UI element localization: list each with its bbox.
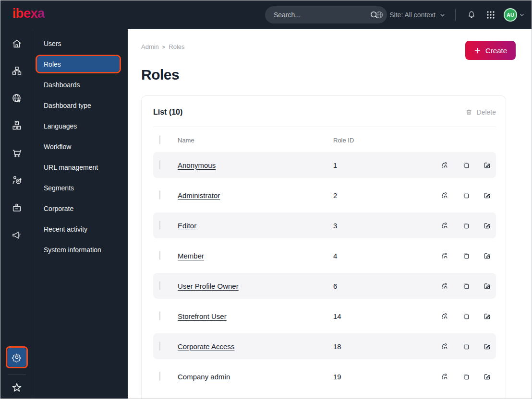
role-name-link[interactable]: Corporate Access <box>178 342 234 351</box>
role-name-link[interactable]: Member <box>178 252 204 260</box>
edit-icon[interactable] <box>483 221 491 230</box>
row-checkbox[interactable] <box>159 160 160 169</box>
sidebar-item-url-management[interactable]: URL management <box>33 157 128 177</box>
sidebar-item-system-information[interactable]: System information <box>33 239 128 260</box>
rail-bottom-group <box>6 346 28 394</box>
role-name-link[interactable]: User Profile Owner <box>178 282 239 290</box>
audience-target-icon[interactable] <box>11 175 23 186</box>
table-row: Administrator 2 <box>153 182 496 208</box>
table-row: Corporate Access 18 <box>153 333 496 359</box>
trash-icon <box>465 108 472 116</box>
edit-icon[interactable] <box>483 282 491 290</box>
row-checkbox[interactable] <box>159 372 160 381</box>
row-checkbox[interactable] <box>159 281 160 290</box>
copy-icon[interactable] <box>461 221 470 230</box>
site-context-selector[interactable]: Site: All context <box>373 9 446 21</box>
cart-icon[interactable] <box>11 147 23 159</box>
row-actions <box>440 342 491 351</box>
copy-icon[interactable] <box>461 191 470 200</box>
roles-list-panel: List (10) Delete Name Role ID Anonymous … <box>141 95 506 399</box>
breadcrumb-separator: > <box>162 44 165 50</box>
site-context-label: Site: All context <box>389 11 435 19</box>
assign-user-icon[interactable] <box>440 342 449 351</box>
edit-icon[interactable] <box>483 372 491 381</box>
home-icon[interactable] <box>11 38 23 49</box>
assign-user-icon[interactable] <box>440 251 449 260</box>
app-grid-icon[interactable] <box>484 9 497 21</box>
sidebar-item-languages[interactable]: Languages <box>33 116 128 136</box>
role-id-value: 18 <box>333 342 429 351</box>
assign-user-icon[interactable] <box>440 372 449 381</box>
copy-icon[interactable] <box>461 251 470 260</box>
icon-rail <box>0 29 33 399</box>
edit-icon[interactable] <box>483 191 491 200</box>
sitemap-icon[interactable] <box>11 65 23 77</box>
chevron-down-icon <box>519 12 525 18</box>
delete-button[interactable]: Delete <box>465 108 496 116</box>
sidebar-item-roles[interactable]: Roles <box>36 55 121 73</box>
row-checkbox[interactable] <box>159 251 160 260</box>
sidebar-item-dashboards[interactable]: Dashboards <box>33 74 128 95</box>
assign-user-icon[interactable] <box>440 312 449 320</box>
sidebar-item-recent-activity[interactable]: Recent activity <box>33 219 128 239</box>
role-name-link[interactable]: Company admin <box>178 373 230 381</box>
search-input[interactable] <box>274 11 368 19</box>
row-checkbox[interactable] <box>159 190 160 200</box>
sidebar-item-corporate[interactable]: Corporate <box>33 198 128 219</box>
assign-user-icon[interactable] <box>440 282 449 290</box>
megaphone-icon[interactable] <box>11 229 23 241</box>
globe-cursor-icon[interactable] <box>11 93 23 104</box>
role-name-link[interactable]: Administrator <box>178 191 220 200</box>
edit-icon[interactable] <box>483 342 491 351</box>
assign-user-icon[interactable] <box>440 161 449 169</box>
sidebar-item-workflow[interactable]: Workflow <box>33 136 128 157</box>
copy-icon[interactable] <box>461 342 470 351</box>
user-menu[interactable]: AU <box>504 8 525 22</box>
row-actions <box>440 372 491 381</box>
sidebar-item-roles-label: Roles <box>37 56 120 72</box>
sidebar-item-segments[interactable]: Segments <box>33 177 128 198</box>
page-title: Roles <box>128 60 532 83</box>
edit-icon[interactable] <box>483 312 491 320</box>
sidebar-item-dashboard-type[interactable]: Dashboard type <box>33 95 128 116</box>
role-name-link[interactable]: Anonymous <box>178 161 216 169</box>
table-header-row: Name Role ID <box>153 127 496 152</box>
edit-icon[interactable] <box>483 251 491 260</box>
packages-icon[interactable] <box>11 120 23 131</box>
row-actions <box>440 251 491 260</box>
row-checkbox[interactable] <box>159 341 160 351</box>
column-header-role-id: Role ID <box>333 137 429 144</box>
copy-icon[interactable] <box>461 372 470 381</box>
bookmarks-star-icon[interactable] <box>11 381 23 394</box>
admin-gear-button[interactable] <box>6 346 28 368</box>
sidebar-item-users[interactable]: Users <box>33 33 128 54</box>
topbar-divider <box>455 9 456 21</box>
plus-icon <box>474 47 481 54</box>
select-all-checkbox[interactable] <box>159 135 160 144</box>
assign-user-icon[interactable] <box>440 221 449 230</box>
ibexa-logo[interactable]: ibexa <box>12 6 45 21</box>
role-id-value: 6 <box>333 282 429 290</box>
notifications-bell-icon[interactable] <box>465 9 478 21</box>
row-checkbox[interactable] <box>159 221 160 230</box>
create-button[interactable]: Create <box>465 41 516 60</box>
breadcrumb-roles[interactable]: Roles <box>169 43 184 50</box>
role-name-link[interactable]: Storefront User <box>178 312 227 320</box>
breadcrumb-admin[interactable]: Admin <box>141 43 159 50</box>
role-name-link[interactable]: Editor <box>178 222 196 230</box>
panel-header: List (10) Delete <box>153 96 496 127</box>
row-checkbox[interactable] <box>159 311 160 320</box>
copy-icon[interactable] <box>461 312 470 320</box>
role-id-value: 2 <box>333 191 429 200</box>
badge-icon[interactable] <box>11 202 23 213</box>
copy-icon[interactable] <box>461 161 470 169</box>
role-id-value: 4 <box>333 252 429 260</box>
avatar[interactable]: AU <box>504 8 517 22</box>
copy-icon[interactable] <box>461 282 470 290</box>
row-actions <box>440 282 491 290</box>
global-search[interactable] <box>265 6 387 23</box>
edit-icon[interactable] <box>483 161 491 169</box>
row-actions <box>440 221 491 230</box>
assign-user-icon[interactable] <box>440 191 449 200</box>
topbar: ibexa Site: All context <box>0 0 532 29</box>
